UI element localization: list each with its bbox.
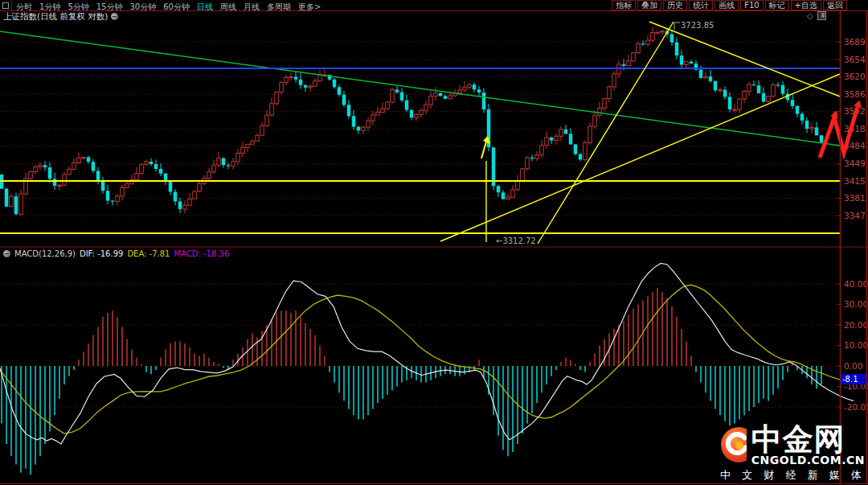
period-tab-6[interactable]: 60分钟 [163, 2, 190, 11]
period-tab-1[interactable]: 分时 [16, 2, 32, 11]
svg-text:0.00: 0.00 [844, 361, 862, 371]
svg-text:30.00: 30.00 [844, 299, 868, 309]
period-tab-4[interactable]: 15分钟 [96, 2, 123, 11]
period-tab-7[interactable]: 日线 [197, 2, 213, 11]
period-tab-2[interactable]: 1分钟 [39, 2, 60, 11]
svg-text:3620: 3620 [844, 72, 866, 81]
svg-text:3654: 3654 [844, 55, 866, 64]
macd-collapse-icon[interactable] [3, 250, 10, 257]
toolbar-button-3[interactable]: 历史 [663, 0, 687, 10]
period-tab-11[interactable]: 更多> [298, 2, 321, 11]
watermark-brand: 中金网 [751, 423, 845, 455]
cngold-logo-icon [720, 426, 747, 463]
period-tab-5[interactable]: 30分钟 [129, 2, 156, 11]
period-tab-3[interactable]: 5分钟 [68, 2, 88, 11]
toolbar-button-6[interactable]: F10 [740, 0, 763, 10]
toolbar-button-4[interactable]: 统计 [689, 0, 713, 10]
toolbar-button-2[interactable]: 叠加 [637, 0, 661, 10]
window-grid-icon[interactable] [2, 2, 9, 9]
macd-label-row: MACD(12,26,9) DIF: -16.99 DEA: -7.81 MAC… [3, 249, 229, 259]
title-row-icons: ◇ [807, 11, 826, 20]
toolbar-button-7[interactable]: 标记 [765, 0, 789, 10]
toolbar-button-9[interactable]: 返回 [823, 0, 847, 10]
toolbar-button-5[interactable]: 画线 [714, 0, 739, 10]
toolbar-right-buttons: 指标叠加历史统计画线F10标记+自选返回 [612, 0, 847, 10]
watermark-domain: CNGOLD.COM.CN [751, 454, 865, 467]
diamond-icon[interactable]: ◇ [807, 12, 813, 20]
collapse-circle-icon[interactable] [111, 13, 118, 20]
macd-macd-value: MACD: -18.36 [174, 249, 229, 258]
svg-text:3518: 3518 [844, 124, 866, 134]
svg-text:3689: 3689 [844, 37, 866, 47]
period-tab-8[interactable]: 周线 [220, 2, 236, 11]
macd-params-label: MACD(12,26,9) [14, 249, 76, 258]
svg-text:3586: 3586 [844, 89, 866, 99]
chart-canvas[interactable]: 3689365436203586355235183484344934153381… [0, 0, 868, 485]
svg-text:-8.1: -8.1 [842, 375, 858, 384]
watermark: 中金网 CNGOLD.COM.CN 中 文 财 经 新 媒 体 [720, 423, 865, 483]
svg-text:-20.00: -20.00 [844, 402, 868, 412]
top-toolbar: 分时1分钟5分钟15分钟30分钟60分钟日线周线月线多周期更多> 指标叠加历史统… [0, 0, 868, 10]
period-tab-9[interactable]: 月线 [244, 2, 260, 11]
panel-icon[interactable] [817, 11, 826, 20]
chart-title-row: 上证指数(日线 前复权 对数) [3, 11, 118, 22]
svg-text:3347: 3347 [844, 211, 866, 220]
period-tab-10[interactable]: 多周期 [267, 2, 291, 11]
toolbar-separator [11, 0, 12, 10]
svg-text:10.00: 10.00 [844, 340, 868, 350]
svg-text:3415: 3415 [844, 176, 866, 186]
page-title: 上证指数(日线 前复权 对数) [3, 11, 108, 23]
svg-text:40.00: 40.00 [844, 279, 868, 289]
svg-text:3723.85: 3723.85 [681, 21, 714, 30]
toolbar-button-8[interactable]: +自选 [791, 0, 821, 10]
macd-dea-value: DEA: -7.81 [127, 249, 170, 258]
svg-text:20.00: 20.00 [844, 320, 868, 330]
svg-text:3381: 3381 [844, 193, 866, 203]
svg-text:3449: 3449 [844, 158, 866, 168]
watermark-slogan: 中 文 财 经 新 媒 体 [720, 468, 865, 483]
macd-dif-value: DIF: -16.99 [80, 249, 123, 258]
svg-text:←3312.72: ←3312.72 [496, 236, 536, 245]
toolbar-button-1[interactable]: 指标 [612, 0, 636, 10]
